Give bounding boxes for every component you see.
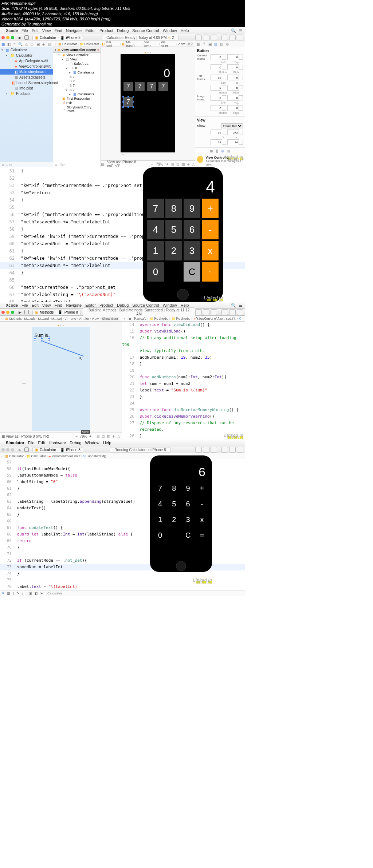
search-icon[interactable]: 🔍 [231,303,236,308]
nav-tab-project[interactable]: ▦ [0,42,6,46]
calc-btn-0[interactable]: 0 [154,528,166,542]
calc-btn-5[interactable]: 5 [168,497,180,511]
ib-canvas[interactable]: ● ● ● 0 7 7 7 7 7 → ▦ [101,47,195,167]
nav-item[interactable]: ▦ Assets.xcassets [0,75,53,80]
btn-7[interactable]: 7 [123,82,133,91]
ib-left-pane[interactable]: ‹› ▦Methods› M…ods› M…ard› M…se)› Vi…ene… [0,316,122,439]
show-select[interactable]: Frame Rectangle [221,123,243,128]
device-preview[interactable]: Sum is ↖ View [32,327,90,431]
outline-item[interactable]: B 7 [53,75,101,79]
calc-btn-x[interactable]: x [196,512,208,527]
nav-tab-symbol[interactable]: ≡ [12,42,17,46]
ci-x[interactable] [227,54,239,60]
outline-filter-icon[interactable]: ⊕ [55,163,58,167]
debug-view-icon[interactable]: ▣ [29,592,32,595]
outline-item[interactable]: ▾B 7 [53,88,101,92]
frame-x[interactable] [211,130,222,135]
device-toggle[interactable]: ▦ [101,162,104,166]
embed-icon[interactable]: ⊡ [176,162,179,166]
stop-button[interactable] [24,310,29,314]
outline-close[interactable]: ● [97,48,99,52]
calc-btn-5[interactable]: 5 [165,220,182,239]
btn-7[interactable]: 7 [147,82,156,91]
insp-attrs[interactable]: ⊟ [213,42,219,46]
ti-top[interactable] [211,75,222,80]
ii-right[interactable] [227,105,239,111]
code-editor-right[interactable]: ‹› ▦ Manual› 📁Methods› 📁Methods› ▰ViewCo… [122,316,245,439]
inspector[interactable]: Button Content Insets LeftTop BottomRigh… [195,47,245,167]
forward-button[interactable]: › [56,42,58,46]
ii-x[interactable] [227,95,239,101]
stop-button[interactable] [24,35,29,40]
calc-btn-1[interactable]: 1 [147,241,164,260]
editor-assistant[interactable] [203,35,209,40]
debug-loc-icon[interactable]: ➤ [40,592,43,595]
resolve-icon[interactable]: △ [192,162,195,166]
menu-view[interactable]: View [42,28,51,33]
calc-btn-x[interactable]: x [202,241,219,260]
calc-btn-9[interactable]: 9 [182,481,195,495]
calc-btn-+[interactable]: + [196,481,208,495]
calc-btn-clear[interactable]: C [184,262,200,282]
menu-xcode[interactable]: Xcode [6,28,18,33]
insp-identity[interactable]: ▣ [207,42,213,46]
toggle-debug[interactable] [229,35,236,40]
zoom-out[interactable]: − [151,162,153,166]
editor-standard[interactable] [195,35,202,40]
btn-7-selected[interactable]: 7 [123,97,133,107]
calc-btn-3[interactable]: 3 [184,241,200,260]
debug-step-over-icon[interactable]: ↷ [16,592,19,595]
pin-icon[interactable]: ⵐ [187,162,190,166]
ci-bottom[interactable] [211,64,222,70]
run-button[interactable]: ▶ [19,36,21,40]
menu-debug[interactable]: Debug [117,28,129,33]
ii-top[interactable] [211,95,222,101]
outline-item[interactable]: B 7 [53,79,101,83]
nav-tab-test[interactable]: ◇ [29,42,35,46]
debug-step-in-icon[interactable]: ↓ [21,592,23,595]
calc-btn-4[interactable]: 4 [147,220,164,239]
outline-item[interactable]: ▢ Safe Area [53,61,101,66]
nav-item[interactable]: ◧ LaunchScreen.storyboard [0,80,53,85]
outline-item[interactable]: ▸▦ Constraints [53,70,101,75]
editor-version[interactable] [211,35,217,40]
nav-tab-debug[interactable]: ▣ [35,42,41,46]
calc-btn-9[interactable]: 9 [184,199,200,218]
debug-continue-icon[interactable]: ▦ [7,592,10,595]
menu-help[interactable]: Help [181,28,189,33]
ti-bottom[interactable] [211,85,222,91]
lib-tab-code[interactable]: {} [216,149,218,153]
debug-step-out-icon[interactable]: ↑ [25,592,27,595]
scheme-selector[interactable]: ▣Calculator›📱iPhone 8 [32,35,83,40]
window-close[interactable] [1,36,5,39]
device-preview[interactable]: 0 7 7 7 7 7 [121,54,175,152]
nav-tab-issue[interactable]: ⚠ [23,42,29,46]
calc-btn-7[interactable]: 7 [147,199,164,218]
lib-tab-file[interactable]: ▦ [210,149,213,153]
ti-right[interactable] [227,85,239,91]
calc-btn-6[interactable]: 6 [184,220,200,239]
ci-top[interactable] [211,54,222,60]
outline-item[interactable]: ▸▦ Constraints [53,92,101,96]
ii-bottom[interactable] [211,105,222,111]
calc-btn-+[interactable]: + [202,199,219,218]
stop-button[interactable] [24,447,29,452]
menu-find[interactable]: Find [54,28,62,33]
calc-btn-0[interactable]: 0 [147,262,164,282]
nav-item[interactable]: ▰ AppDelegate.swift [0,58,53,64]
nav-item[interactable]: ▾📁 Calculator [0,53,53,58]
calc-btn-7[interactable]: 7 [154,481,166,495]
menu-navigate[interactable]: Navigate [66,28,82,33]
frame-y[interactable] [227,130,239,135]
debug-hide-icon[interactable]: ▼ [1,592,5,595]
btn-7[interactable]: 7 [135,82,145,91]
outline-item[interactable]: ⏎ Exit [53,101,101,105]
calc-btn-2[interactable]: 2 [168,512,180,527]
toggle-nav[interactable] [221,35,228,40]
calc-btn--[interactable]: - [202,220,219,239]
run-button[interactable]: ▶ [19,310,21,314]
toggle-util[interactable] [237,35,243,40]
outline-item[interactable]: → Storyboard Entry Point [53,105,101,113]
nav-tab-find[interactable]: 🔍 [17,42,23,46]
calc-btn-4[interactable]: 4 [154,497,166,511]
